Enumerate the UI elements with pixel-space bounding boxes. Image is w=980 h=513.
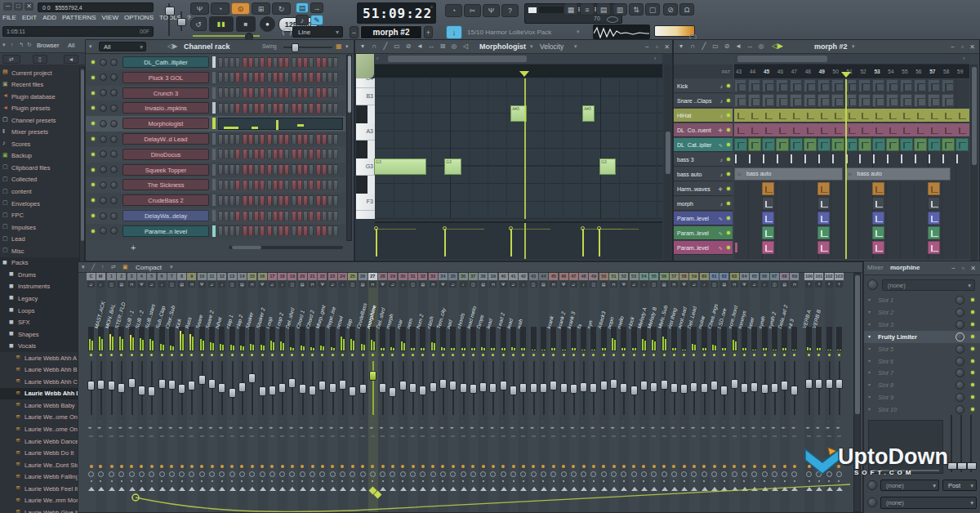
- strip-fader[interactable]: [349, 386, 356, 396]
- step-cell[interactable]: [235, 149, 240, 159]
- strip-fx-lamp[interactable]: [522, 465, 525, 468]
- step-cell[interactable]: [292, 180, 296, 190]
- step-cell[interactable]: [218, 87, 223, 98]
- strip-fader[interactable]: [500, 381, 507, 390]
- strip-mute-led[interactable]: [220, 354, 223, 356]
- strip-route-arrow[interactable]: [681, 487, 688, 491]
- step-cell[interactable]: [273, 211, 278, 221]
- strip-mute-led[interactable]: [743, 354, 746, 356]
- browser-item[interactable]: ≋Laurie We..ome On B: [0, 424, 79, 436]
- strip-width-icon[interactable]: ◂▸: [149, 425, 153, 430]
- step-cell[interactable]: [218, 225, 223, 236]
- mixer-strip[interactable]: 38▤Drops◦◂▸: [479, 273, 488, 512]
- clip-tick[interactable]: [956, 154, 958, 163]
- playlist-hscroll-thumb[interactable]: [737, 56, 827, 62]
- step-cell[interactable]: [284, 57, 289, 68]
- track-mute-led[interactable]: [727, 216, 730, 220]
- strip-route-arrow[interactable]: [300, 487, 306, 491]
- strip-width-icon[interactable]: ◂▸: [410, 425, 414, 430]
- strip-pan-knob[interactable]: [249, 471, 255, 477]
- step-cell[interactable]: [322, 72, 327, 83]
- step-cell[interactable]: [235, 211, 240, 221]
- sample-hint[interactable]: 15/10 Harmor LollieVox Pack: [467, 29, 551, 36]
- step-cell[interactable]: [235, 134, 240, 145]
- step-cell[interactable]: [278, 134, 283, 145]
- step-cell[interactable]: [322, 57, 327, 68]
- strip-mute-led[interactable]: [663, 354, 666, 356]
- strip-mute-led[interactable]: [793, 354, 795, 356]
- strip-fader[interactable]: [560, 383, 568, 393]
- step-cell[interactable]: [309, 211, 314, 221]
- step-cell[interactable]: [303, 134, 308, 145]
- step-cell[interactable]: [260, 180, 265, 190]
- strip-fader[interactable]: [720, 386, 728, 395]
- strip-pan-knob[interactable]: [561, 471, 567, 477]
- slot-mix-knob[interactable]: [956, 381, 964, 390]
- browser-item[interactable]: ▤Current project: [0, 67, 79, 79]
- piano-menu-icon[interactable]: ▾: [357, 42, 368, 51]
- playlist-track-label[interactable]: bass 3♪: [674, 153, 733, 167]
- step-cell[interactable]: [327, 195, 332, 206]
- strip-fader[interactable]: [710, 381, 718, 390]
- channel-pan-knob[interactable]: [100, 59, 107, 66]
- slot-chevron-icon[interactable]: ▾: [868, 346, 871, 351]
- step-cell[interactable]: [235, 72, 240, 83]
- playlist-clip[interactable]: [956, 138, 969, 151]
- open-mixer-button[interactable]: ⇅: [629, 3, 644, 16]
- strip-width-icon[interactable]: ◂▸: [390, 425, 394, 430]
- channel-volume-knob[interactable]: [110, 166, 118, 173]
- strip-fx-lamp[interactable]: [281, 465, 284, 468]
- strip-route-arrow[interactable]: [501, 487, 507, 491]
- strip-fader[interactable]: [751, 382, 758, 392]
- strip-route-arrow[interactable]: [711, 487, 718, 491]
- strip-route-arrow[interactable]: [611, 487, 617, 491]
- step-cell[interactable]: [254, 225, 259, 236]
- strip-width-icon[interactable]: ◂▸: [219, 425, 223, 430]
- strip-width-icon[interactable]: ◂▸: [630, 425, 635, 430]
- strip-mute-led[interactable]: [161, 354, 163, 356]
- strip-mute-led[interactable]: [512, 354, 514, 356]
- playlist-paint-icon[interactable]: ▭: [710, 42, 721, 51]
- strip-mute-led[interactable]: [321, 354, 323, 356]
- strip-fader[interactable]: [339, 380, 346, 390]
- browser-item[interactable]: ≋Laurie We..Dont Stop: [0, 459, 79, 471]
- strip-pan-knob[interactable]: [651, 471, 657, 477]
- strip-fader[interactable]: [580, 382, 587, 392]
- menu-edit[interactable]: EDIT: [22, 14, 37, 21]
- strip-fader[interactable]: [329, 383, 336, 393]
- strip-pan-knob[interactable]: [390, 471, 395, 477]
- midi-note[interactable]: G3: [599, 158, 616, 175]
- step-cell[interactable]: [218, 195, 223, 206]
- step-cell[interactable]: [248, 180, 253, 190]
- playlist-clip[interactable]: [914, 79, 926, 92]
- strip-pan-knob[interactable]: [380, 471, 385, 477]
- channel-button[interactable]: Crunch 3: [122, 87, 209, 99]
- slot-chevron-icon[interactable]: ▾: [868, 394, 871, 399]
- strip-mute-led[interactable]: [150, 354, 153, 356]
- playlist-clip[interactable]: [817, 226, 830, 239]
- rack-filter-dropdown[interactable]: All ▾: [99, 42, 146, 51]
- step-cell[interactable]: [333, 211, 338, 221]
- step-cell[interactable]: [333, 72, 338, 83]
- step-cell[interactable]: [292, 195, 296, 206]
- strip-fx-lamp[interactable]: [501, 465, 505, 468]
- strip-fx-lamp[interactable]: [753, 465, 756, 468]
- strip-mute-led[interactable]: [271, 354, 274, 356]
- strip-fx-lamp[interactable]: [251, 465, 254, 468]
- browser-item[interactable]: ▣Recent files: [0, 79, 79, 91]
- microphone-button[interactable]: Ψ: [483, 4, 500, 17]
- clip-tick[interactable]: [901, 154, 902, 163]
- strip-width-icon[interactable]: ◂▸: [670, 425, 675, 430]
- piano-white-key[interactable]: [356, 211, 375, 219]
- step-cell[interactable]: [248, 134, 253, 145]
- slot-mix-knob[interactable]: [956, 296, 964, 305]
- mixer-strip[interactable]: 56▤Melo..Sub◦◂▸: [660, 273, 670, 512]
- slot-mix-knob[interactable]: [956, 308, 964, 317]
- strip-width-icon[interactable]: ◂▸: [310, 425, 314, 430]
- step-cell[interactable]: [218, 134, 223, 145]
- channel-enable-led[interactable]: [91, 60, 95, 64]
- strip-fx-lamp[interactable]: [361, 465, 364, 468]
- mixer-strip[interactable]: 52Ψmello◦◂▸: [619, 273, 629, 512]
- strip-fader[interactable]: [399, 381, 407, 390]
- step-cell[interactable]: [243, 134, 247, 145]
